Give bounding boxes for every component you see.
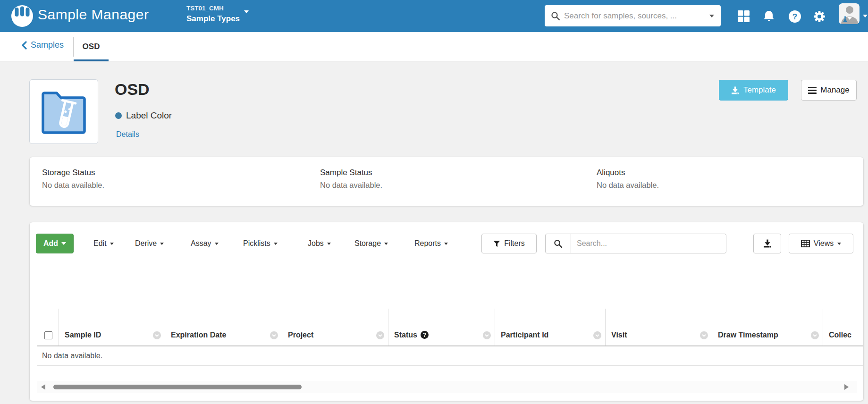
chevron-left-icon [21, 41, 27, 50]
back-to-samples-link[interactable]: Samples [21, 40, 64, 50]
menu-storage[interactable]: Storage [354, 234, 388, 253]
filters-button[interactable]: Filters [481, 234, 537, 253]
user-avatar[interactable] [839, 3, 860, 24]
column-participant-id: Participant Id [495, 309, 605, 345]
app-logo-icon[interactable] [11, 5, 33, 27]
grid-search-icon[interactable] [546, 234, 571, 253]
chevron-down-icon [110, 243, 114, 245]
column-menu-icon[interactable] [593, 331, 601, 339]
column-project: Project [282, 309, 388, 345]
views-button-label: Views [814, 239, 834, 248]
template-button-label: Template [743, 85, 776, 95]
column-menu-icon[interactable] [376, 331, 384, 339]
sample-status-card: Sample Status No data available. [320, 168, 382, 190]
column-collection: Collec [823, 309, 863, 345]
help-icon[interactable]: ? [788, 10, 801, 23]
chevron-down-icon [327, 243, 331, 245]
menu-reports[interactable]: Reports [414, 234, 448, 253]
menu-label: Jobs [308, 239, 324, 248]
label-color-dot [115, 112, 122, 119]
scroll-left-arrow-icon[interactable] [41, 384, 45, 390]
table-header-row: Sample ID Expiration Date Project Status [37, 309, 863, 346]
manage-button[interactable]: Manage [801, 80, 857, 101]
grid-search [545, 234, 726, 253]
chevron-down-icon [274, 243, 278, 245]
template-button[interactable]: Template [719, 80, 788, 101]
grid-search-input[interactable] [571, 239, 726, 248]
context-project: TST01_CMH [186, 4, 240, 13]
horizontal-scrollbar[interactable] [37, 381, 857, 393]
search-scope-caret-icon[interactable] [709, 15, 714, 17]
menu-label: Storage [354, 239, 381, 248]
menu-picklists[interactable]: Picklists [243, 234, 278, 253]
column-menu-icon[interactable] [700, 331, 708, 339]
table-empty-row: No data available. [37, 346, 863, 366]
status-card-body: No data available. [597, 181, 659, 190]
column-menu-icon[interactable] [811, 331, 819, 339]
global-search-input[interactable] [564, 11, 709, 21]
chevron-down-icon [160, 243, 164, 245]
status-summary-panel: Storage Status No data available. Sample… [29, 157, 864, 206]
scrollbar-thumb[interactable] [53, 385, 302, 389]
context-menu[interactable]: TST01_CMH Sample Types [186, 4, 249, 25]
chevron-down-icon [837, 243, 841, 245]
page-title: OSD [115, 80, 150, 99]
status-help-icon[interactable]: ? [421, 331, 429, 339]
download-icon [763, 239, 772, 248]
apps-grid-icon[interactable] [737, 10, 750, 23]
global-search [545, 5, 721, 26]
context-section: Sample Types [186, 13, 240, 25]
add-button-label: Add [43, 239, 58, 248]
subnav-bar: Samples OSD [0, 32, 868, 61]
column-visit: Visit [605, 309, 712, 345]
menu-label: Reports [414, 239, 441, 248]
aliquots-card: Aliquots No data available. [597, 168, 659, 190]
user-menu-caret-icon[interactable] [863, 15, 868, 17]
status-card-title: Sample Status [320, 168, 382, 177]
add-button[interactable]: Add [36, 234, 74, 253]
views-button[interactable]: Views [789, 234, 853, 253]
search-icon [551, 11, 560, 21]
tab-osd[interactable]: OSD [74, 32, 109, 61]
column-label: Status [394, 331, 417, 339]
sample-type-folder-icon [39, 88, 88, 135]
column-label: Participant Id [501, 331, 548, 339]
menu-derive[interactable]: Derive [135, 234, 164, 253]
column-label: Expiration Date [171, 331, 226, 339]
chevron-down-icon [244, 10, 249, 13]
chevron-down-icon [61, 242, 66, 245]
select-all-cell [37, 309, 59, 345]
column-label: Collec [829, 331, 851, 339]
label-color-row: Label Color [115, 110, 172, 121]
filters-button-label: Filters [504, 239, 525, 248]
download-icon [731, 86, 739, 94]
status-card-body: No data available. [320, 181, 382, 190]
column-label: Project [288, 331, 313, 339]
manage-button-label: Manage [820, 85, 849, 95]
samples-table: Sample ID Expiration Date Project Status [37, 309, 863, 366]
samples-grid-panel: Add Edit Derive Assay Picklists Jobs Sto… [29, 222, 864, 401]
gear-icon[interactable] [813, 10, 826, 23]
menu-assay[interactable]: Assay [191, 234, 219, 253]
column-menu-icon[interactable] [153, 331, 161, 339]
chevron-down-icon [444, 243, 448, 245]
export-button[interactable] [753, 234, 781, 253]
svg-text:?: ? [792, 12, 797, 21]
column-expiration-date: Expiration Date [165, 309, 282, 345]
column-label: Visit [611, 331, 627, 339]
menu-jobs[interactable]: Jobs [308, 234, 331, 253]
details-link[interactable]: Details [116, 130, 139, 139]
column-draw-timestamp: Draw Timestamp [712, 309, 823, 345]
back-link-label: Samples [31, 40, 64, 50]
column-menu-icon[interactable] [483, 331, 491, 339]
menu-edit[interactable]: Edit [93, 234, 114, 253]
storage-status-card: Storage Status No data available. [42, 168, 104, 190]
menu-label: Assay [191, 239, 211, 248]
scroll-right-arrow-icon[interactable] [844, 384, 849, 390]
tab-label: OSD [83, 42, 100, 51]
tab-active-underline [74, 59, 109, 61]
status-card-body: No data available. [42, 181, 104, 190]
bell-icon[interactable] [762, 10, 775, 23]
select-all-checkbox[interactable] [44, 331, 52, 339]
column-menu-icon[interactable] [270, 331, 278, 339]
